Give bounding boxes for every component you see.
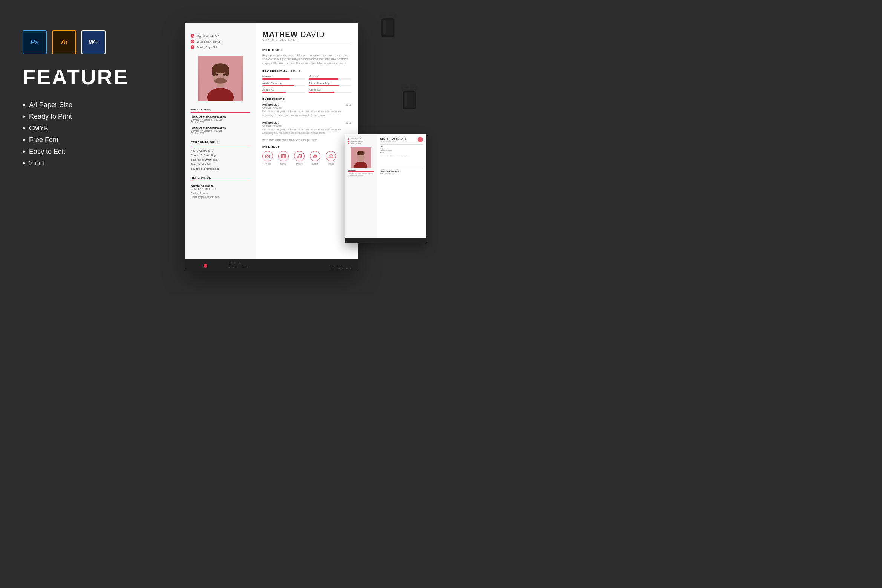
exp-vision-text: Write short vision about work experience…	[262, 139, 351, 141]
thumb-to: TO	[380, 146, 423, 147]
resume-right-column: MATHEW DAVID GRAPHIC DESIGNER INTRODUCE …	[256, 23, 358, 271]
experience-heading: EXPERIENCE	[262, 98, 351, 101]
thumb-name: MATHEW DAVID	[380, 138, 423, 141]
profile-photo	[198, 56, 243, 101]
interest-music: Music	[294, 151, 305, 165]
resume-first-name: MATHEW	[262, 30, 300, 38]
interest-travel: Travel	[326, 151, 336, 165]
contact-address: Distric, City - State	[191, 45, 250, 49]
skill-photoshop-1: Adobe Photoshop	[262, 82, 305, 86]
illustrator-icon: Ai	[52, 30, 76, 54]
thumbnail-card: +62 85 743041777 youremail@mail.com Dist…	[345, 134, 426, 243]
binder-clip-mid	[396, 87, 423, 124]
interest-icons: Photo Movie	[262, 151, 351, 165]
svg-rect-27	[383, 20, 386, 34]
skill-xd-1: Adobe XD	[262, 89, 305, 93]
skill-item-5: Budgeting and Planning	[191, 167, 250, 171]
skill-item-3: Business Improvement	[191, 158, 250, 162]
thumb-right-column: MATHEW DAVID GRAPHIC DESIGNER TO HR Depa…	[377, 134, 426, 243]
thumb-body-text: Lorem ipsum dolor sit amet, consectetur …	[380, 155, 423, 157]
photoshop-icon: Ps	[23, 30, 47, 54]
svg-rect-30	[405, 93, 407, 106]
skills-grid: Microsoft Microsoft Adobe Photoshop Adob…	[262, 75, 351, 93]
skill-section: PROFESSIONAL SKILL Microsoft Microsoft A…	[262, 70, 351, 93]
feature-item-6: 2 in 1	[23, 159, 166, 168]
referance-section: REFERANCE Referance Name COMPANY | JOB T…	[191, 176, 250, 199]
feature-item-5: Easy to Edit	[23, 147, 166, 156]
svg-point-9	[214, 78, 227, 84]
edu-degree-1: Bachelor of Communication	[191, 116, 250, 118]
thumb-signature-block: SINCERELY, DAVID STEVENSON GRAPHIC DESIG…	[380, 168, 423, 174]
sport-icon	[310, 151, 320, 161]
resume-name: MATHEW DAVID	[262, 30, 351, 38]
photo-icon	[262, 151, 273, 161]
introduce-text: Neque porro quisquam est, qui dolorem ip…	[262, 54, 351, 65]
contact-phone: +62 85 743041777	[191, 34, 250, 38]
contact-email: youremail@mail.com	[191, 40, 250, 43]
svg-point-14	[267, 155, 269, 157]
edu-school-2: University / Collage / Institute	[191, 129, 250, 132]
skill-item-4: Team Leadership	[191, 162, 250, 167]
skill-heading: PROFESSIONAL SKILL	[262, 70, 351, 73]
travel-icon	[326, 151, 336, 161]
svg-point-17	[300, 156, 302, 158]
svg-point-12	[220, 77, 221, 78]
experience-section: EXPERIENCE Position Job 2017 Company Nam…	[262, 98, 351, 141]
edu-school-1: University / Collage / Institute	[191, 118, 250, 121]
contact-info: +62 85 743041777 youremail@mail.com Dist…	[191, 34, 250, 49]
skill-photoshop-2: Adobe Photoshop	[309, 82, 351, 86]
personal-skill-list: Public Relationship Finance & Forcasting…	[191, 149, 250, 171]
feature-item-4: Free Font	[23, 136, 166, 144]
svg-rect-0	[192, 41, 194, 42]
thumb-sig-job: GRAPHIC DESIGNER	[380, 173, 423, 174]
binder-clip-top	[374, 14, 401, 52]
thumb-sincerely: SINCERELY,	[380, 168, 423, 171]
music-icon	[294, 151, 305, 161]
interest-heading: INTEREST	[262, 145, 351, 149]
skill-microsoft-2: Microsoft	[309, 75, 351, 80]
svg-point-24	[357, 151, 365, 155]
svg-point-18	[313, 156, 315, 158]
referance-heading: REFERANCE	[191, 176, 250, 181]
resume-last-name: DAVID	[300, 30, 325, 38]
exp-job-2: Position Job 2017 Company Name Definitio…	[262, 121, 351, 135]
personal-skill-section: PERSONAL SKILL Public Relationship Finan…	[191, 141, 250, 171]
bottom-plus: + + +- - + + +	[229, 261, 249, 269]
thumb-bottom-bar-right	[377, 238, 426, 243]
svg-rect-8	[225, 68, 229, 76]
movie-icon	[278, 151, 289, 161]
feature-title: FEATURE	[23, 65, 166, 89]
exp-job-1: Position Job 2017 Company Name Definitio…	[262, 103, 351, 117]
resume-card: +62 85 743041777 youremail@mail.com Dist…	[185, 23, 358, 271]
feature-list: A4 Paper Size Ready to Print CMYK Free F…	[23, 101, 166, 168]
edu-year-2: 2012 - 2015	[191, 132, 250, 135]
svg-point-10	[216, 74, 218, 76]
thumb-left-column: +62 85 743041777 youremail@mail.com Dist…	[345, 134, 377, 243]
personal-skill-heading: PERSONAL SKILL	[191, 141, 250, 145]
bottom-dot	[204, 264, 207, 268]
thumb-bottom-bar	[345, 238, 377, 243]
resume-job-title: GRAPHIC DESIGNER	[262, 38, 351, 41]
svg-point-16	[297, 157, 299, 158]
thumb-address: HR DepartmentThe Name Of CompanyAddress	[380, 148, 423, 153]
feature-item-1: A4 Paper Size	[23, 101, 166, 109]
skill-item-1: Public Relationship	[191, 149, 250, 153]
ref-company: COMPANY | JOB TITLE	[191, 187, 250, 191]
software-icons: Ps Ai W≡	[23, 30, 166, 54]
svg-point-11	[223, 74, 225, 76]
word-icon: W≡	[81, 30, 106, 54]
introduce-heading: INTRODUCE	[262, 48, 351, 52]
education-section: EDUCATION Bachelor of Communication Univ…	[191, 108, 250, 135]
interest-section: INTEREST Photo	[262, 145, 351, 165]
edu-year-1: 2012 - 2015	[191, 121, 250, 124]
email-icon	[191, 40, 194, 43]
education-heading: EDUCATION	[191, 108, 250, 113]
ref-email: Email dropmail@here.com	[191, 195, 250, 199]
introduce-section: INTRODUCE Neque porro quisquam est, qui …	[262, 48, 351, 65]
thumb-introduce-section: INTRODUCE	[348, 170, 374, 172]
svg-rect-7	[212, 68, 216, 76]
feature-item-3: CMYK	[23, 124, 166, 133]
ref-contact: Contact Person	[191, 191, 250, 195]
thumb-divider	[380, 144, 423, 145]
resume-bottom-bar-right: + + + +— — + + + +	[256, 259, 358, 271]
